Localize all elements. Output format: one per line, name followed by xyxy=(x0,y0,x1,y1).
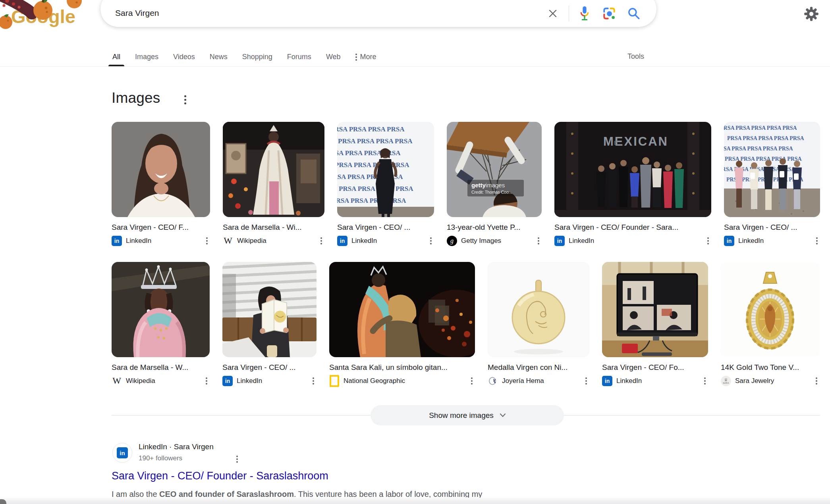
image-title[interactable]: 14K Gold Two Tone V... xyxy=(721,363,820,372)
clear-search-button[interactable] xyxy=(544,5,562,22)
result-favicon[interactable]: in xyxy=(112,443,132,463)
kebab-menu-icon xyxy=(471,377,473,379)
image-source-label[interactable]: Getty Images xyxy=(461,237,501,245)
image-title[interactable]: 13-year-old Yvette P... xyxy=(447,223,542,232)
svg-text:E: E xyxy=(614,140,618,146)
google-doodle-logo[interactable]: Google xyxy=(0,0,91,34)
bottom-edge-band xyxy=(0,498,830,504)
thumbnail-headshot-sara-virgen[interactable] xyxy=(112,122,210,217)
result-options-button[interactable] xyxy=(236,456,238,457)
image-result-card: Medalla Virgen con Ni... Joyería Hema xyxy=(488,262,589,386)
image-results-row-1: Sara Virgen - CEO/ F... in LinkedIn xyxy=(112,122,820,246)
image-source-label[interactable]: LinkedIn xyxy=(616,377,642,385)
image-source-label[interactable]: National Geographic xyxy=(344,377,405,385)
google-search-results-page: Google xyxy=(0,0,830,504)
settings-button[interactable] xyxy=(801,4,821,24)
chevron-down-icon xyxy=(500,414,506,417)
thumbnail-black-madonna-statue[interactable] xyxy=(112,262,210,357)
image-source-row: W Wikipedia xyxy=(112,376,210,386)
thumbnail-getty-boy-cardboard[interactable]: gettyimages Credit: Thomas Coo... xyxy=(447,122,542,217)
search-submit-button[interactable] xyxy=(625,5,643,22)
tab-news[interactable]: News xyxy=(210,48,228,66)
tools-button[interactable]: Tools xyxy=(627,52,644,61)
image-title[interactable]: Sara de Marsella - W... xyxy=(112,363,210,372)
thumbnail-gold-guadalupe-pendant[interactable] xyxy=(721,262,820,357)
image-source-label[interactable]: Wikipedia xyxy=(237,237,266,245)
image-result-card: gettyimages Credit: Thomas Coo... 13-yea… xyxy=(447,122,542,246)
tab-web[interactable]: Web xyxy=(326,48,341,66)
image-source-row: in LinkedIn xyxy=(222,376,317,386)
image-source-row: in LinkedIn xyxy=(554,236,711,246)
tab-shopping[interactable]: Shopping xyxy=(242,48,272,66)
image-result-card: Sara Virgen - CEO/ ... in LinkedIn xyxy=(222,262,317,386)
image-source-label[interactable]: LinkedIn xyxy=(738,237,764,245)
image-result-card: PRSA PRSA PRSA PRSA PRSA PRSA PRSA PRSA … xyxy=(337,122,434,246)
thumbnail-sara-de-marsella-statue[interactable] xyxy=(223,122,324,217)
image-source-label[interactable]: LinkedIn xyxy=(351,237,377,245)
result-title-link[interactable]: Sara Virgen - CEO/ Founder - Saraslashro… xyxy=(112,470,328,482)
image-source-label[interactable]: Sara Jewelry xyxy=(735,377,774,385)
image-options-button[interactable] xyxy=(705,237,711,244)
image-options-button[interactable] xyxy=(204,237,210,244)
thumbnail-santa-sara-kali[interactable] xyxy=(329,262,475,357)
search-input[interactable] xyxy=(114,8,513,18)
thumbnail-woman-reading-book[interactable] xyxy=(222,262,317,357)
getty-images-icon: g xyxy=(447,236,457,246)
more-dots-icon xyxy=(355,54,357,55)
image-title[interactable]: Sara Virgen - CEO/ Founder - Sara... xyxy=(554,223,711,232)
close-icon xyxy=(547,8,558,19)
show-more-images-button[interactable]: Show more images xyxy=(371,405,564,425)
image-title[interactable]: Santa Sara Kali, un símbolo gitan... xyxy=(329,363,475,372)
tab-more[interactable]: More xyxy=(355,48,376,66)
organic-result-linkedin: in LinkedIn · Sara Virgen 190+ followers… xyxy=(112,441,707,504)
image-options-button[interactable] xyxy=(428,237,434,244)
svg-text:PRSA PRSA PRSA PRSA: PRSA PRSA PRSA PRSA xyxy=(337,149,401,157)
thumbnail-tv-video-call[interactable] xyxy=(602,262,708,357)
image-title[interactable]: Sara Virgen - CEO/ ... xyxy=(724,223,820,232)
image-options-button[interactable] xyxy=(535,237,542,244)
tab-images[interactable]: Images xyxy=(135,48,158,66)
tab-all[interactable]: All xyxy=(112,48,120,66)
image-options-button[interactable] xyxy=(318,237,324,244)
linkedin-icon: in xyxy=(222,376,233,386)
thumbnail-mexican-event-group[interactable]: MEXICAN E xyxy=(554,122,711,217)
image-title[interactable]: Sara Virgen - CEO/ ... xyxy=(337,223,434,232)
image-options-button[interactable] xyxy=(203,377,210,385)
snippet-suffix: . This venture has been a labor of love,… xyxy=(294,490,482,498)
thumbnail-gold-medallion[interactable] xyxy=(488,262,589,357)
image-title[interactable]: Sara de Marsella - Wi... xyxy=(223,223,324,232)
kebab-menu-icon xyxy=(184,95,186,97)
image-title[interactable]: Sara Virgen - CEO/ Fo... xyxy=(602,363,708,372)
tab-forums[interactable]: Forums xyxy=(287,48,311,66)
image-options-button[interactable] xyxy=(813,377,820,385)
tab-videos[interactable]: Videos xyxy=(173,48,195,66)
image-source-label[interactable]: Wikipedia xyxy=(126,377,155,385)
images-section-menu[interactable] xyxy=(184,95,186,97)
image-title[interactable]: Sara Virgen - CEO/ F... xyxy=(112,223,210,232)
thumbnail-prsa-backdrop-portrait[interactable]: PRSA PRSA PRSA PRSA PRSA PRSA PRSA PRSA … xyxy=(337,122,434,217)
image-source-row: g Getty Images xyxy=(447,236,542,246)
image-source-label[interactable]: Joyería Hema xyxy=(502,377,544,385)
image-result-card: 14K Gold Two Tone V... ♕ SARA Sara Jewel… xyxy=(721,262,820,386)
kebab-menu-icon xyxy=(816,237,818,239)
image-title[interactable]: Sara Virgen - CEO/ ... xyxy=(222,363,317,372)
image-title[interactable]: Medalla Virgen con Ni... xyxy=(488,363,589,372)
image-options-button[interactable] xyxy=(310,377,317,385)
image-options-button[interactable] xyxy=(583,377,589,385)
google-lens-button[interactable] xyxy=(600,5,618,22)
linkedin-icon: in xyxy=(337,236,347,246)
kebab-menu-icon xyxy=(206,377,207,379)
svg-text:PRSA PRSA PRSA PRSA: PRSA PRSA PRSA PRSA xyxy=(337,197,406,204)
thumbnail-prsa-group-photo[interactable]: PRSA PRSA PRSA PRSA PRSA PRSA PRSA PRSA … xyxy=(724,122,820,217)
image-source-label[interactable]: LinkedIn xyxy=(569,237,594,245)
image-options-button[interactable] xyxy=(702,377,708,385)
image-source-label[interactable]: LinkedIn xyxy=(237,377,262,385)
voice-search-button[interactable] xyxy=(576,5,593,22)
result-breadcrumb[interactable]: LinkedIn · Sara Virgen xyxy=(139,442,214,451)
tab-web-label: Web xyxy=(326,53,341,61)
image-options-button[interactable] xyxy=(814,237,820,244)
image-options-button[interactable] xyxy=(469,377,475,385)
image-source-label[interactable]: LinkedIn xyxy=(126,237,151,245)
svg-text:PRSA PRSA PRSA PRSA: PRSA PRSA PRSA PRSA xyxy=(337,125,405,133)
microphone-icon xyxy=(579,6,591,21)
